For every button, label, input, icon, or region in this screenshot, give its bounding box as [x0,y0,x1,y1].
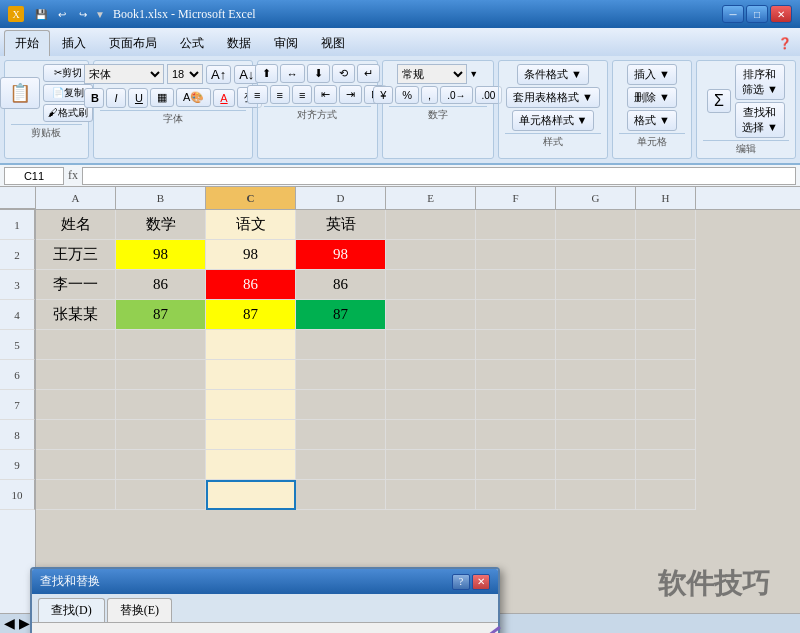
font-size-select[interactable]: 18 [167,64,203,84]
cell-a5[interactable] [36,330,116,360]
number-format-select[interactable]: 常规 [397,64,467,84]
cell-b4[interactable]: 87 [116,300,206,330]
cell-c7[interactable] [206,390,296,420]
cell-c10-selected[interactable] [206,480,296,510]
cell-c4[interactable]: 87 [206,300,296,330]
row-num-10[interactable]: 10 [0,480,35,510]
format-cells-btn[interactable]: 格式 ▼ [627,110,677,131]
format-table-btn[interactable]: 套用表格格式 ▼ [506,87,600,108]
cell-b5[interactable] [116,330,206,360]
align-top-btn[interactable]: ⬆ [255,64,278,83]
row-num-5[interactable]: 5 [0,330,35,360]
col-header-d[interactable]: D [296,187,386,209]
row-num-1[interactable]: 1 [0,210,35,240]
dialog-help-btn[interactable]: ? [452,574,470,590]
increase-indent-btn[interactable]: ⇥ [339,85,362,104]
tab-view[interactable]: 视图 [310,30,356,56]
cell-e2[interactable] [386,240,476,270]
align-middle-btn[interactable]: ↔ [280,64,305,83]
border-btn[interactable]: ▦ [150,88,174,107]
cell-a2[interactable]: 王万三 [36,240,116,270]
cell-h9[interactable] [636,450,696,480]
col-header-c[interactable]: C [206,187,296,209]
cell-e8[interactable] [386,420,476,450]
cell-e3[interactable] [386,270,476,300]
tab-data[interactable]: 数据 [216,30,262,56]
col-header-g[interactable]: G [556,187,636,209]
cell-f5[interactable] [476,330,556,360]
increase-font-btn[interactable]: A↑ [206,65,231,84]
insert-cells-btn[interactable]: 插入 ▼ [627,64,677,85]
sort-filter-btn[interactable]: 排序和筛选 ▼ [735,64,785,100]
cell-b3[interactable]: 86 [116,270,206,300]
currency-btn[interactable]: ¥ [373,86,393,104]
cell-h10[interactable] [636,480,696,510]
col-header-e[interactable]: E [386,187,476,209]
cell-f6[interactable] [476,360,556,390]
row-num-8[interactable]: 8 [0,420,35,450]
cell-g6[interactable] [556,360,636,390]
cell-d9[interactable] [296,450,386,480]
align-right-btn[interactable]: ≡ [292,85,312,104]
tab-formula[interactable]: 公式 [169,30,215,56]
cell-e4[interactable] [386,300,476,330]
cell-h7[interactable] [636,390,696,420]
cell-d5[interactable] [296,330,386,360]
cell-b1[interactable]: 数学 [116,210,206,240]
cell-d8[interactable] [296,420,386,450]
dialog-close-x-btn[interactable]: ✕ [472,574,490,590]
cell-g7[interactable] [556,390,636,420]
cell-d1[interactable]: 英语 [296,210,386,240]
row-num-2[interactable]: 2 [0,240,35,270]
cell-e5[interactable] [386,330,476,360]
underline-btn[interactable]: U [128,88,148,108]
cell-h2[interactable] [636,240,696,270]
row-num-3[interactable]: 3 [0,270,35,300]
cell-a7[interactable] [36,390,116,420]
cell-b8[interactable] [116,420,206,450]
cell-reference-input[interactable] [4,167,64,185]
close-btn[interactable]: ✕ [770,5,792,23]
text-direction-btn[interactable]: ⟲ [332,64,355,83]
save-quick-btn[interactable]: 💾 [32,5,50,23]
cell-g10[interactable] [556,480,636,510]
maximize-btn[interactable]: □ [746,5,768,23]
find-select-btn[interactable]: 查找和选择 ▼ [735,102,785,138]
cell-h1[interactable] [636,210,696,240]
cell-g5[interactable] [556,330,636,360]
cell-c1[interactable]: 语文 [206,210,296,240]
cell-h5[interactable] [636,330,696,360]
row-num-6[interactable]: 6 [0,360,35,390]
cell-e1[interactable] [386,210,476,240]
cell-g8[interactable] [556,420,636,450]
align-left-btn[interactable]: ≡ [247,85,267,104]
cell-f3[interactable] [476,270,556,300]
cell-e10[interactable] [386,480,476,510]
cell-c2[interactable]: 98 [206,240,296,270]
minimize-btn[interactable]: ─ [722,5,744,23]
cell-c6[interactable] [206,360,296,390]
font-color-btn[interactable]: A [213,89,234,107]
sum-btn[interactable]: Σ [707,89,731,113]
cell-b9[interactable] [116,450,206,480]
cell-style-btn[interactable]: 单元格样式 ▼ [512,110,595,131]
redo-quick-btn[interactable]: ↪ [74,5,92,23]
cell-d10[interactable] [296,480,386,510]
sheet-nav-left[interactable]: ◀ [4,615,15,632]
cell-c9[interactable] [206,450,296,480]
cell-g2[interactable] [556,240,636,270]
cell-a4[interactable]: 张某某 [36,300,116,330]
col-header-a[interactable]: A [36,187,116,209]
decrease-decimal-btn[interactable]: .0→ [440,86,472,104]
cell-c8[interactable] [206,420,296,450]
cell-h4[interactable] [636,300,696,330]
cell-a6[interactable] [36,360,116,390]
cell-a8[interactable] [36,420,116,450]
cell-g9[interactable] [556,450,636,480]
col-header-b[interactable]: B [116,187,206,209]
cell-e9[interactable] [386,450,476,480]
cell-f10[interactable] [476,480,556,510]
undo-quick-btn[interactable]: ↩ [53,5,71,23]
delete-cells-btn[interactable]: 删除 ▼ [627,87,677,108]
percent-btn[interactable]: % [395,86,419,104]
